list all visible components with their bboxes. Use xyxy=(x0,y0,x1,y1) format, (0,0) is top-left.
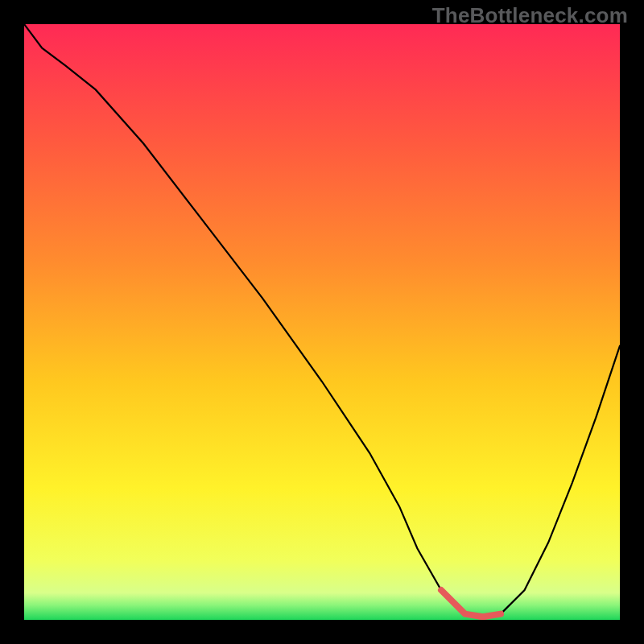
gradient-background xyxy=(24,24,620,620)
plot-area xyxy=(24,24,620,620)
watermark-text: TheBottleneck.com xyxy=(432,3,628,28)
chart-frame: TheBottleneck.com xyxy=(0,0,644,644)
chart-svg xyxy=(24,24,620,620)
